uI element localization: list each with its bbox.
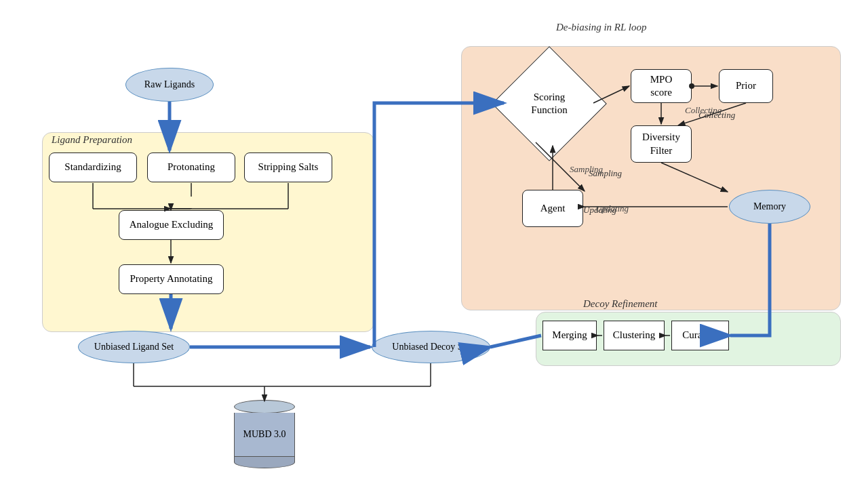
stripping-salts-node: Stripping Salts: [244, 152, 332, 182]
mpo-score-node: MPOscore: [631, 69, 692, 103]
diagram-canvas: Ligand Preparation De-biasing in RL loop…: [0, 0, 868, 488]
updating-text: Updating: [595, 203, 629, 214]
sampling-text: Sampling: [570, 164, 603, 175]
property-annotating-node: Property Annotating: [119, 264, 224, 294]
svg-line-26: [490, 336, 541, 347]
debiasing-label: De-biasing in RL loop: [556, 22, 646, 33]
analogue-excluding-node: Analogue Excluding: [119, 210, 224, 240]
raw-ligands-node: Raw Ligands: [125, 68, 214, 102]
prior-node: Prior: [719, 69, 773, 103]
collecting-text: Collecting: [685, 105, 722, 116]
curating-node: Curating: [671, 321, 729, 350]
protonating-node: Protonating: [147, 152, 235, 182]
unbiased-ligand-set-node: Unbiased Ligand Set: [78, 331, 190, 363]
unbiased-decoy-set-node: Unbiased Decoy Set: [372, 331, 490, 363]
scoring-function-wrapper: ScoringFunction: [505, 60, 593, 148]
standardizing-node: Standardizing: [49, 152, 137, 182]
merging-node: Merging: [542, 321, 597, 350]
ligand-prep-label: Ligand Preparation: [52, 134, 132, 146]
mubd-database-node: MUBD 3.0: [234, 400, 295, 468]
clustering-node: Clustering: [604, 321, 665, 350]
scoring-function-label: ScoringFunction: [531, 91, 567, 117]
decoy-refinement-label: Decoy Refinement: [583, 298, 658, 310]
diversity-filter-node: DiversityFilter: [631, 125, 692, 163]
memory-node: Memory: [729, 190, 810, 224]
agent-node: Agent: [522, 190, 583, 227]
mubd-label: MUBD 3.0: [243, 429, 285, 440]
